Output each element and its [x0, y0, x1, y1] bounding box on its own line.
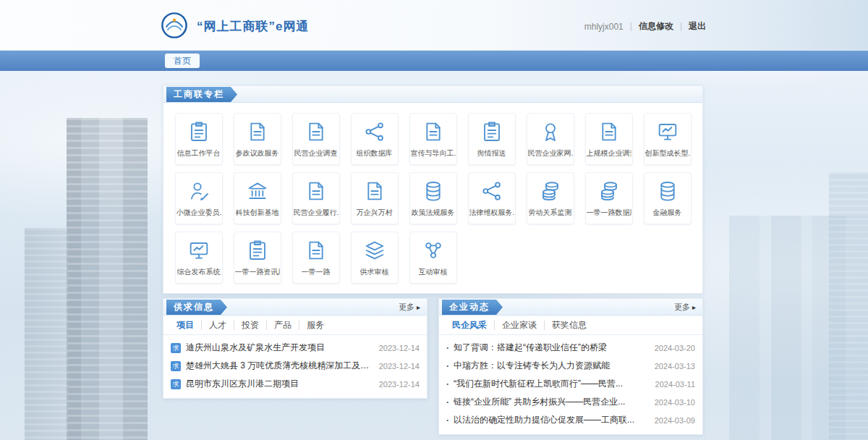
item-date: 2023-12-14: [379, 380, 420, 389]
app-tile-icon: [305, 239, 328, 262]
demand-badge: 求: [171, 361, 181, 371]
enterprise-news-item[interactable]: 以法治的确定性助力提信心促发展——工商联... 2024-03-09: [446, 411, 695, 429]
app-tile-label: 供求审核: [360, 267, 389, 277]
app-tile-label: 上规模企业调查: [587, 148, 631, 158]
link-logout[interactable]: 退出: [673, 20, 706, 33]
app-tile-label: 小微企业委员...: [176, 208, 221, 218]
supply-demand-item[interactable]: 求 昆明市东川区东川港二期项目 2023-12-14: [171, 375, 420, 393]
app-tile[interactable]: 一带一路数据库: [585, 172, 633, 224]
app-tile-icon: [656, 179, 679, 203]
app-tile-icon: [246, 239, 269, 262]
supply-demand-tab[interactable]: 项目: [169, 321, 202, 330]
supply-demand-more-link[interactable]: 更多: [399, 299, 420, 316]
site-logo-icon: [161, 12, 188, 39]
supply-demand-header: 供求信息 更多: [163, 299, 427, 316]
app-tile-icon: [187, 120, 210, 143]
supply-demand-tab[interactable]: 投资: [234, 321, 267, 330]
app-tile-grid: 信息工作平台 参政议政服务 民营企业调查 组织数据库 宣传与导向工...: [163, 103, 702, 293]
app-tile[interactable]: 科技创新基地: [234, 172, 281, 224]
app-tile[interactable]: 组织数据库: [351, 113, 399, 165]
app-tile[interactable]: 创新型成长型...: [644, 113, 692, 165]
background-building-right: [829, 172, 868, 440]
app-tile-label: 民营企业调查: [294, 148, 338, 158]
app-tile-label: 信息工作平台: [177, 148, 221, 158]
app-tile[interactable]: 上规模企业调查: [585, 113, 633, 165]
site-title: “网上工商联”e网通: [197, 18, 309, 35]
gslz-panel-header: 工商联专栏: [163, 86, 702, 103]
app-tile-label: 综合发布系统: [177, 267, 221, 277]
app-tile[interactable]: 民营企业调查: [292, 113, 340, 165]
app-tile[interactable]: 民营企业家网...: [527, 113, 574, 165]
app-tile-label: 劳动关系监测: [529, 208, 572, 218]
app-tile[interactable]: 民营企业履行...: [292, 172, 340, 224]
enterprise-news-item[interactable]: 链接“企业所能” 共助乡村振兴——民营企业... 2024-03-10: [446, 393, 695, 411]
app-tile[interactable]: 劳动关系监测: [527, 172, 574, 224]
app-tile-icon: [597, 120, 621, 143]
app-tile[interactable]: 信息工作平台: [175, 113, 223, 165]
app-tile-label: 政策法规服务: [412, 208, 455, 218]
item-date: 2023-12-14: [379, 362, 420, 371]
app-tile-icon: [363, 120, 386, 143]
app-tile[interactable]: 政策法规服务: [409, 172, 457, 224]
app-tile-label: 民营企业履行...: [294, 208, 339, 218]
bullet-icon: [446, 343, 449, 353]
user-area: mhlyjx001 信息修改 退出: [584, 20, 706, 33]
bullet-icon: [446, 379, 449, 389]
main-nav: 首页: [0, 51, 868, 71]
app-tile-icon: [597, 179, 621, 203]
bullet-icon: [446, 397, 449, 407]
item-date: 2024-03-09: [655, 416, 695, 425]
app-tile-label: 金融服务: [653, 208, 682, 218]
supply-demand-item[interactable]: 求 迪庆州山泉水及矿泉水生产开发项目 2023-12-14: [171, 339, 420, 357]
app-tile-label: 一带一路: [302, 267, 331, 277]
enterprise-news-tab[interactable]: 企业家谈: [495, 321, 545, 330]
item-date: 2023-12-14: [379, 344, 420, 352]
app-tile[interactable]: 一带一路资讯库: [234, 232, 281, 284]
app-tile-label: 宣传与导向工...: [411, 148, 456, 158]
supply-demand-tab[interactable]: 服务: [299, 321, 331, 330]
enterprise-news-title: 企业动态: [442, 300, 503, 315]
app-tile[interactable]: 综合发布系统: [175, 232, 223, 284]
app-tile[interactable]: 参政议政服务: [234, 113, 281, 165]
demand-badge: 求: [171, 343, 181, 353]
app-tile[interactable]: 舆情报送: [468, 113, 516, 165]
supply-demand-item[interactable]: 求 楚雄州大姚县 3 万吨优质薄壳核桃精深加工及科... 2023-12-14: [171, 357, 420, 375]
nav-home-button[interactable]: 首页: [165, 54, 200, 68]
bullet-icon: [446, 415, 449, 426]
app-tile-icon: [480, 179, 503, 203]
item-title: “我们在新时代新征程上凯歌而行”——民营...: [454, 378, 650, 390]
app-tile-icon: [422, 239, 445, 262]
enterprise-news-item[interactable]: 中瑞方胜：以专注铸专长为人力资源赋能 2024-03-13: [446, 357, 695, 375]
item-date: 2024-03-10: [655, 398, 695, 407]
link-info-edit[interactable]: 信息修改: [624, 20, 673, 33]
enterprise-news-more-link[interactable]: 更多: [674, 299, 696, 316]
username: mhlyjx001: [584, 22, 624, 32]
app-tile[interactable]: 金融服务: [644, 172, 692, 224]
app-tile[interactable]: 小微企业委员...: [175, 172, 223, 224]
app-tile-label: 一带一路数据库: [587, 208, 631, 218]
app-tile[interactable]: 法律维权服务...: [468, 172, 516, 224]
site-header: “网上工商联”e网通 mhlyjx001 信息修改 退出: [0, 0, 868, 51]
app-tile[interactable]: 宣传与导向工...: [409, 113, 457, 165]
enterprise-news-tab[interactable]: 获奖信息: [545, 321, 594, 330]
app-tile-label: 一带一路资讯库: [235, 267, 280, 277]
gslz-special-panel: 工商联专栏 信息工作平台 参政议政服务 民营企业调查 组织数据库: [163, 85, 703, 294]
enterprise-news-item[interactable]: 知了背调：搭建起“传递职业信任”的桥梁 2024-03-20: [446, 339, 695, 357]
item-title: 知了背调：搭建起“传递职业信任”的桥梁: [454, 342, 649, 354]
supply-demand-tab[interactable]: 人才: [202, 321, 234, 330]
enterprise-news-item[interactable]: “我们在新时代新征程上凯歌而行”——民营... 2024-03-11: [446, 375, 695, 393]
supply-demand-tab[interactable]: 产品: [267, 321, 299, 330]
app-tile-icon: [246, 179, 269, 203]
app-tile-icon: [422, 120, 445, 143]
item-date: 2024-03-20: [655, 344, 695, 352]
item-title: 迪庆州山泉水及矿泉水生产开发项目: [186, 342, 373, 354]
app-tile[interactable]: 互动审核: [409, 232, 457, 284]
app-tile[interactable]: 一带一路: [292, 232, 340, 284]
enterprise-news-list: 知了背调：搭建起“传递职业信任”的桥梁 2024-03-20 中瑞方胜：以专注铸…: [439, 335, 702, 434]
app-tile-icon: [422, 179, 445, 203]
enterprise-news-tab[interactable]: 民企风采: [445, 321, 495, 330]
app-tile-icon: [363, 239, 386, 262]
app-tile[interactable]: 供求审核: [351, 232, 399, 284]
enterprise-news-header: 企业动态 更多: [439, 299, 702, 316]
app-tile[interactable]: 万企兴万村: [351, 172, 399, 224]
